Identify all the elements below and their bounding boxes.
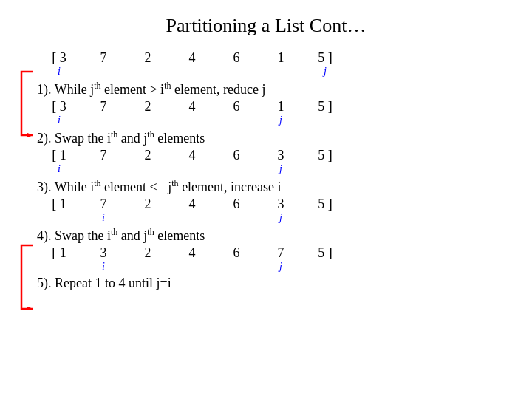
cell-1-4: 6	[214, 99, 259, 115]
cell-3-4: 6	[214, 197, 259, 212]
idx-3-i: i	[81, 212, 126, 224]
array-row-0: [ 3 7 2 4 6 1 5 ]	[30, 50, 502, 66]
cell-1-1: 7	[81, 99, 126, 115]
array-row-3: [ 1 7 2 4 6 3 5 ]	[30, 197, 502, 212]
step-5-label: 5). Repeat 1 to 4 until j=i	[30, 276, 502, 291]
idx-2-j: j	[259, 163, 303, 175]
step-4-label: 4). Swap the ith and jth elements	[30, 227, 502, 244]
idx-3-j: j	[259, 212, 303, 224]
bracket-arrow-2	[18, 244, 35, 310]
cell-1-2: 2	[126, 99, 170, 115]
step-2-label: 2). Swap the ith and jth elements	[30, 129, 502, 146]
cell-0-0: [ 3	[37, 50, 81, 66]
cell-4-6: 5 ]	[303, 245, 347, 261]
idx-4-i: i	[81, 261, 126, 273]
cell-3-1: 7	[81, 197, 126, 212]
cell-4-5: 7	[259, 245, 303, 261]
index-row-1: i j	[30, 115, 502, 126]
cell-0-1: 7	[81, 50, 126, 66]
idx-4-j: j	[259, 261, 303, 273]
array-row-2: [ 1 7 2 4 6 3 5 ]	[30, 148, 502, 163]
cell-1-6: 5 ]	[303, 99, 347, 115]
cell-0-2: 2	[126, 50, 170, 66]
cell-4-0: [ 1	[37, 245, 81, 261]
cell-0-4: 6	[214, 50, 259, 66]
cell-1-5: 1	[259, 99, 303, 115]
cell-0-6: 5 ]	[303, 50, 347, 66]
cell-3-2: 2	[126, 197, 170, 212]
cell-1-0: [ 3	[37, 99, 81, 115]
index-row-2: i j	[30, 163, 502, 175]
idx-2-i: i	[37, 163, 81, 175]
cell-1-3: 4	[170, 99, 214, 115]
repeat-to: to	[105, 276, 115, 290]
cell-2-3: 4	[170, 148, 214, 163]
index-row-3: i j	[30, 212, 502, 224]
cell-0-5: 1	[259, 50, 303, 66]
cell-3-6: 5 ]	[303, 197, 347, 212]
index-row-0: i j	[30, 66, 502, 78]
bracket-arrow-1	[18, 70, 35, 137]
step-3-label: 3). While ith element <= jth element, in…	[30, 178, 502, 195]
cell-2-2: 2	[126, 148, 170, 163]
array-row-4: [ 1 3 2 4 6 7 5 ]	[30, 245, 502, 261]
idx-1-j: j	[259, 115, 303, 126]
cell-2-1: 7	[81, 148, 126, 163]
page-container: Partitioning a List Cont… [ 3 7 2 4 6 1 …	[0, 0, 532, 399]
index-row-4: i j	[30, 261, 502, 273]
cell-0-3: 4	[170, 50, 214, 66]
cell-4-3: 4	[170, 245, 214, 261]
cell-2-6: 5 ]	[303, 148, 347, 163]
cell-4-4: 6	[214, 245, 259, 261]
cell-3-3: 4	[170, 197, 214, 212]
cell-4-2: 2	[126, 245, 170, 261]
array-row-1: [ 3 7 2 4 6 1 5 ]	[30, 99, 502, 115]
cell-3-0: [ 1	[37, 197, 81, 212]
cell-2-0: [ 1	[37, 148, 81, 163]
idx-0-j: j	[303, 66, 347, 78]
cell-3-5: 3	[259, 197, 303, 212]
cell-2-5: 3	[259, 148, 303, 163]
idx-1-i: i	[37, 115, 81, 126]
cell-2-4: 6	[214, 148, 259, 163]
page-title: Partitioning a List Cont…	[30, 15, 502, 37]
idx-0-i: i	[37, 66, 81, 78]
cell-4-1: 3	[81, 245, 126, 261]
step-1-label: 1). While jth element > ith element, red…	[30, 81, 502, 98]
